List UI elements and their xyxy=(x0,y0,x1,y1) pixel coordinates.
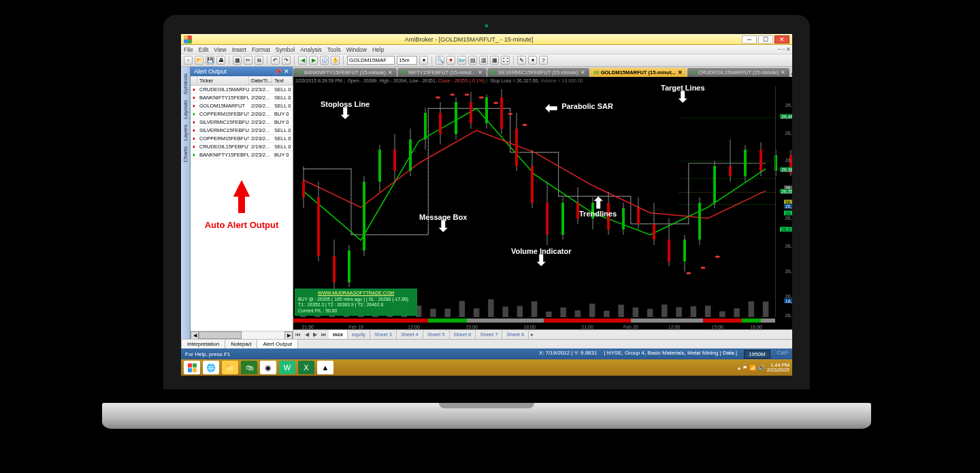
chart-icon[interactable]: ♥ xyxy=(446,56,455,65)
menu-tools[interactable]: Tools xyxy=(327,46,341,53)
sheet-tab[interactable]: Sheet 4 xyxy=(397,330,423,339)
dropdown-icon[interactable]: ▾ xyxy=(419,56,428,65)
col-text[interactable]: Text xyxy=(272,76,293,85)
scroll-right-icon[interactable]: ▶ xyxy=(284,331,293,340)
info-icon[interactable]: ⓘ xyxy=(320,56,329,65)
layers-icon[interactable]: ▦ xyxy=(490,56,499,65)
taskbar-excel-icon[interactable]: X xyxy=(298,361,314,374)
menu-window[interactable]: Window xyxy=(346,46,367,53)
scroll-thumb[interactable] xyxy=(199,331,242,339)
chart-tab[interactable]: GOLDM15MARFUT (15-minut... ✕ xyxy=(590,68,687,77)
sheet-tab[interactable]: mcx xyxy=(329,330,348,339)
menu-insert[interactable]: Insert xyxy=(232,46,246,53)
alert-row[interactable]: ♦ CRUDEOIL15FEBFUT 2/19/2... SELL 0 xyxy=(191,143,293,151)
taskbar-word-icon[interactable]: W xyxy=(279,361,295,374)
alert-row[interactable]: ♦ SILVERMIC15FEBFUT 2/23/2... SELL 0 xyxy=(191,127,293,135)
copy-icon[interactable]: ⧉ xyxy=(255,56,263,65)
sheet-tab[interactable]: Sheet 3 xyxy=(370,330,397,339)
database-icon[interactable]: ▦ xyxy=(233,56,242,65)
hand-icon[interactable]: ✋ xyxy=(331,56,340,65)
sidetab-charts[interactable]: Charts xyxy=(181,144,190,165)
tab-close-icon[interactable]: ✕ xyxy=(478,69,483,76)
sheet-last-icon[interactable]: ⏭ xyxy=(319,331,329,338)
col-ticker[interactable]: Ticker xyxy=(197,76,249,85)
chart-tab[interactable]: SILVERMIC15FEBFUT (15-minute) ✕ xyxy=(487,68,589,77)
close-button[interactable]: ✕ xyxy=(774,35,789,44)
sidetab-symbols[interactable]: Symbols xyxy=(181,71,190,97)
tray-vol-icon[interactable]: 🔊 xyxy=(758,365,765,371)
tab-alert-output[interactable]: Alert Output xyxy=(257,339,298,348)
chart-canvas[interactable]: 2/20/2015 8:29:59 PM| Open - 26389, High… xyxy=(293,77,792,329)
alert-row[interactable]: ♦ CRUDEOIL15MARFUT 2/23/2... SELL 0 xyxy=(191,86,293,94)
text-icon[interactable]: 6σ xyxy=(457,56,466,65)
menu-format[interactable]: Format xyxy=(252,46,270,53)
color-icon[interactable]: ▾ xyxy=(528,56,537,65)
sheet-add-icon[interactable]: ▸ xyxy=(529,331,536,338)
symbol-input[interactable] xyxy=(347,56,395,65)
menu-help[interactable]: Help xyxy=(372,46,384,53)
menu-symbol[interactable]: Symbol xyxy=(276,46,295,53)
tray-clock[interactable]: 1:44 PM2/23/2015 xyxy=(767,363,789,373)
sidetab-layouts[interactable]: Layouts xyxy=(181,97,190,122)
taskbar-amibroker-icon[interactable]: ▲ xyxy=(317,361,333,374)
sheet-tab[interactable]: Sheet 5 xyxy=(423,330,450,339)
taskbar-ie-icon[interactable]: 🌐 xyxy=(203,361,219,374)
tray-net-icon[interactable]: 📶 xyxy=(749,365,756,371)
sheet-tab[interactable]: equity xyxy=(348,330,370,339)
sheet-tab[interactable]: Sheet 6 xyxy=(450,330,476,339)
minimize-button[interactable]: ─ xyxy=(742,35,757,44)
taskbar-chrome-icon[interactable]: ◉ xyxy=(260,361,276,374)
save-icon[interactable]: 💾 xyxy=(206,56,214,65)
tray-up-icon[interactable]: ▴ xyxy=(738,365,740,371)
print-icon[interactable]: 🖶 xyxy=(216,56,225,65)
alert-row[interactable]: ♦ COPPERM15FEBFUT 2/23/2... SELL 0 xyxy=(191,135,293,143)
tray-flag-icon[interactable]: ⚑ xyxy=(742,365,747,371)
taskbar-folder-icon[interactable]: 📁 xyxy=(222,361,238,374)
menu-file[interactable]: File xyxy=(184,46,193,53)
undo-icon[interactable]: ↶ xyxy=(271,56,280,65)
fullscreen-icon[interactable]: ⛶ xyxy=(501,56,510,65)
maximize-button[interactable]: ☐ xyxy=(758,35,773,44)
pencil-icon[interactable]: ✎ xyxy=(517,56,526,65)
analysis-icon[interactable]: ▥ xyxy=(479,56,488,65)
mdi-min[interactable]: ─ xyxy=(777,46,781,52)
scroll-left-icon[interactable]: ◀ xyxy=(191,331,199,340)
chart-tab[interactable]: NIFTY15FEBFUT (15-minut... ✕ xyxy=(397,68,487,77)
sheet-first-icon[interactable]: ⏮ xyxy=(293,331,303,338)
alert-row[interactable]: ♦ BANKNIFTY15FEBFUT 2/23/2... BUY 0 xyxy=(191,151,293,159)
cut-icon[interactable]: ✂ xyxy=(244,56,252,65)
sheet-tab[interactable]: Sheet 8 xyxy=(502,330,529,339)
sheet-next-icon[interactable]: ▶ xyxy=(311,331,319,338)
tab-next-icon[interactable]: ▸ xyxy=(790,71,792,77)
new-icon[interactable]: ▫ xyxy=(184,56,193,65)
alert-row[interactable]: ♦ COPPERM15FEBFUT 2/20/2... BUY 0 xyxy=(191,110,293,118)
sheet-tab[interactable]: Sheet 7 xyxy=(476,330,502,339)
fwd-icon[interactable]: ▶ xyxy=(309,56,318,65)
zoom-icon[interactable]: 🔍 xyxy=(436,56,444,65)
tab-close-icon[interactable]: ✕ xyxy=(388,69,393,76)
menu-edit[interactable]: Edit xyxy=(199,46,209,53)
alert-hscroll[interactable]: ◀ ▶ xyxy=(191,331,293,339)
tab-interpretation[interactable]: Interpretation xyxy=(181,339,225,348)
back-icon[interactable]: ◀ xyxy=(298,56,307,65)
redo-icon[interactable]: ↷ xyxy=(282,56,291,65)
tab-close-icon[interactable]: ✕ xyxy=(581,69,585,76)
chart-tab[interactable]: CRUDEOIL15MARFUT (15-minute) ✕ xyxy=(687,68,790,77)
alert-row[interactable]: ♦ BANKNIFTY15FEBFUT 2/20/2... SELL 0 xyxy=(191,94,293,102)
panel-close-icon[interactable]: ✕ xyxy=(284,68,289,75)
pin-icon[interactable]: 📌 xyxy=(274,68,282,75)
taskbar-store-icon[interactable]: 🛍 xyxy=(241,361,257,374)
sheet-prev-icon[interactable]: ◀ xyxy=(303,331,311,338)
mdi-restore[interactable]: ▫ xyxy=(783,46,785,52)
chart-tab[interactable]: BANKNIFTY15FEBFUT (15-minute) ✕ xyxy=(293,68,397,77)
menu-analysis[interactable]: Analysis xyxy=(300,46,322,53)
tab-close-icon[interactable]: ✕ xyxy=(781,69,785,76)
afl-icon[interactable]: ▤ xyxy=(468,56,477,65)
alert-row[interactable]: ♦ GOLDM15MARFUT 2/20/2... SELL 0 xyxy=(191,102,293,110)
alert-row[interactable]: ♦ SILVERMIC15FEBFUT 2/23/2... BUY 0 xyxy=(191,118,293,127)
menu-view[interactable]: View xyxy=(214,46,226,53)
col-date[interactable]: Date/Ti... xyxy=(249,76,272,85)
tab-notepad[interactable]: Notepad xyxy=(225,339,257,348)
interval-input[interactable] xyxy=(397,56,417,65)
help-icon[interactable]: ? xyxy=(539,56,548,65)
